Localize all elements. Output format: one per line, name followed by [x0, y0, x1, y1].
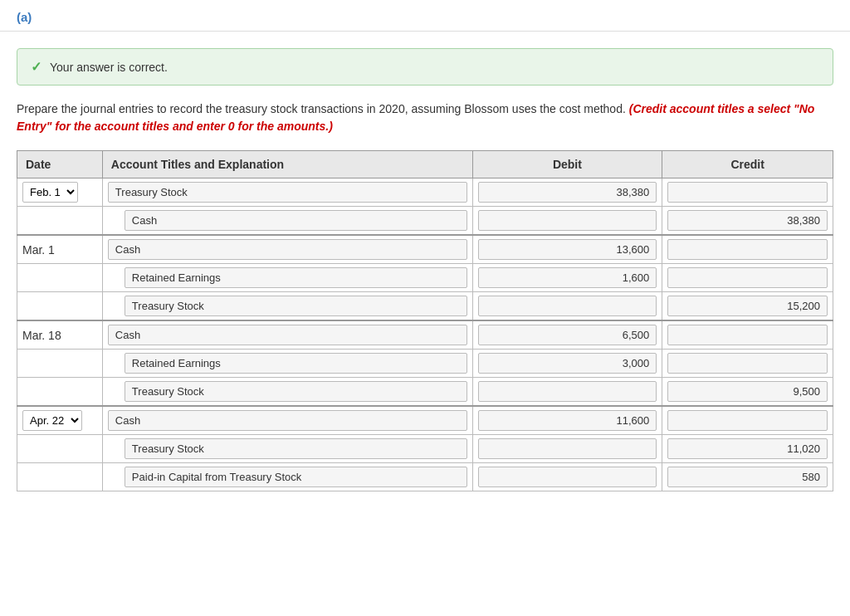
col-date: Date [17, 151, 103, 178]
date-select[interactable]: Apr. 22 [22, 410, 82, 431]
success-text: Your answer is correct. [50, 61, 168, 74]
debit-input[interactable] [478, 438, 657, 459]
credit-input[interactable] [667, 296, 828, 316]
credit-input[interactable] [667, 410, 828, 431]
debit-input[interactable] [478, 210, 657, 231]
debit-input[interactable] [478, 239, 657, 260]
debit-input[interactable] [478, 467, 657, 487]
credit-input[interactable] [667, 182, 828, 203]
debit-input[interactable] [478, 381, 657, 402]
table-row: Mar. 18 [17, 320, 833, 350]
journal-table: Date Account Titles and Explanation Debi… [17, 150, 833, 491]
account-input[interactable] [108, 325, 467, 345]
account-input[interactable] [108, 182, 467, 203]
debit-input[interactable] [478, 182, 657, 203]
table-row [17, 207, 833, 236]
credit-input[interactable] [667, 438, 828, 459]
date-label: Mar. 18 [22, 329, 61, 342]
credit-input[interactable] [667, 267, 828, 288]
debit-input[interactable] [478, 325, 657, 345]
debit-input[interactable] [478, 296, 657, 316]
check-icon: ✓ [31, 59, 42, 75]
credit-input[interactable] [667, 467, 828, 487]
table-header-row: Date Account Titles and Explanation Debi… [17, 151, 833, 178]
account-input[interactable] [125, 210, 467, 231]
table-row [17, 378, 833, 407]
page: (a) ✓ Your answer is correct. Prepare th… [0, 0, 850, 616]
content: ✓ Your answer is correct. Prepare the jo… [0, 32, 850, 508]
debit-input[interactable] [478, 267, 657, 288]
table-row [17, 292, 833, 321]
credit-input[interactable] [667, 325, 828, 345]
instruction-main: Prepare the journal entries to record th… [17, 102, 626, 115]
instruction: Prepare the journal entries to record th… [17, 100, 833, 135]
col-credit: Credit [662, 151, 833, 178]
header-bar: (a) [0, 0, 850, 32]
account-input[interactable] [125, 438, 467, 459]
debit-input[interactable] [478, 410, 657, 431]
header-label: (a) [17, 10, 32, 24]
table-row [17, 435, 833, 463]
account-input[interactable] [125, 467, 467, 487]
table-row: Apr. 22 [17, 406, 833, 435]
date-select[interactable]: Feb. 1 [22, 182, 78, 203]
account-input[interactable] [108, 410, 467, 431]
col-debit: Debit [472, 151, 662, 178]
credit-input[interactable] [667, 239, 828, 260]
account-input[interactable] [125, 353, 467, 374]
table-row [17, 463, 833, 491]
success-box: ✓ Your answer is correct. [17, 48, 833, 86]
date-label: Mar. 1 [22, 243, 55, 257]
debit-input[interactable] [478, 353, 657, 374]
table-row: Mar. 1 [17, 235, 833, 264]
credit-input[interactable] [667, 381, 828, 402]
col-account: Account Titles and Explanation [102, 151, 472, 178]
account-input[interactable] [108, 239, 467, 260]
table-row [17, 264, 833, 292]
table-row [17, 350, 833, 378]
account-input[interactable] [125, 267, 467, 288]
credit-input[interactable] [667, 353, 828, 374]
account-input[interactable] [125, 381, 467, 402]
table-row: Feb. 1 [17, 178, 833, 207]
account-input[interactable] [125, 296, 467, 316]
credit-input[interactable] [667, 210, 828, 231]
